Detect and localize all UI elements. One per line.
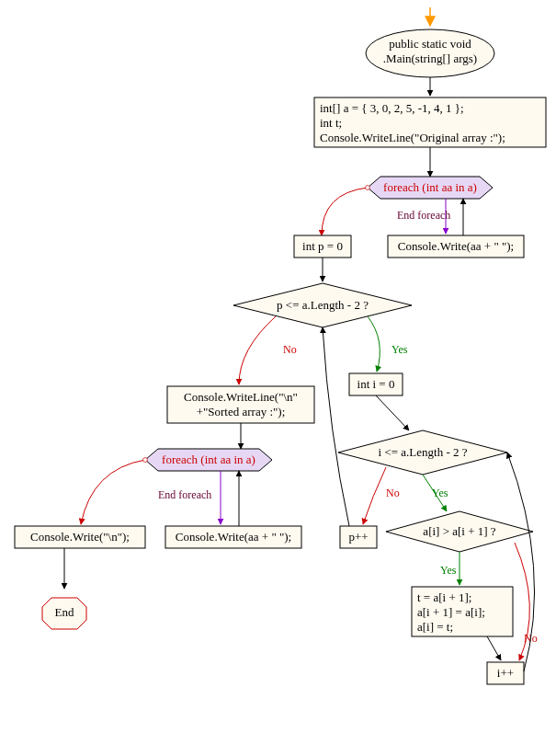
swap-l3: a[i] = t; bbox=[417, 620, 453, 634]
cond-p-no: No bbox=[283, 343, 297, 356]
cond-p-yes: Yes bbox=[391, 343, 408, 356]
ipp-text: i++ bbox=[497, 666, 514, 680]
cond-i-yes: Yes bbox=[432, 487, 448, 499]
start-text-1: public static void bbox=[389, 37, 471, 51]
write1-text: Console.Write(aa + " "); bbox=[398, 239, 514, 253]
init-l1: int[] a = { 3, 0, 2, 5, -1, 4, 1 }; bbox=[320, 101, 464, 115]
end-foreach-1: End foreach bbox=[397, 209, 450, 222]
cond-p-text: p <= a.Length - 2 ? bbox=[277, 298, 369, 312]
cond-i-text: i <= a.Length - 2 ? bbox=[379, 445, 468, 459]
flowchart-diagram: public static void .Main(string[] args) … bbox=[0, 0, 556, 756]
swap-l2: a[i + 1] = a[i]; bbox=[417, 605, 485, 619]
cond-swap-text: a[i] > a[i + 1] ? bbox=[423, 524, 495, 538]
sorted-l1: Console.WriteLine("\n" bbox=[184, 390, 298, 404]
sorted-l2: +"Sorted array :"); bbox=[197, 405, 286, 418]
nl-text: Console.Write("\n"); bbox=[30, 530, 130, 544]
init-l3: Console.WriteLine("Original array :"); bbox=[320, 131, 505, 144]
end-foreach-2: End foreach bbox=[158, 488, 211, 501]
start-text-2: .Main(string[] args) bbox=[383, 52, 477, 65]
end-text: End bbox=[55, 605, 74, 619]
p0-text: int p = 0 bbox=[302, 239, 343, 253]
init-l2: int t; bbox=[320, 116, 342, 130]
cond-i-no: No bbox=[386, 487, 400, 499]
ppp-text: p++ bbox=[348, 530, 368, 544]
foreach2-text: foreach (int aa in a) bbox=[162, 452, 255, 466]
i0-text: int i = 0 bbox=[357, 377, 395, 391]
swap-l1: t = a[i + 1]; bbox=[417, 590, 471, 604]
cond-swap-yes: Yes bbox=[440, 564, 457, 577]
write2-text: Console.Write(aa + " "); bbox=[176, 530, 291, 544]
foreach1-text: foreach (int aa in a) bbox=[383, 180, 477, 194]
